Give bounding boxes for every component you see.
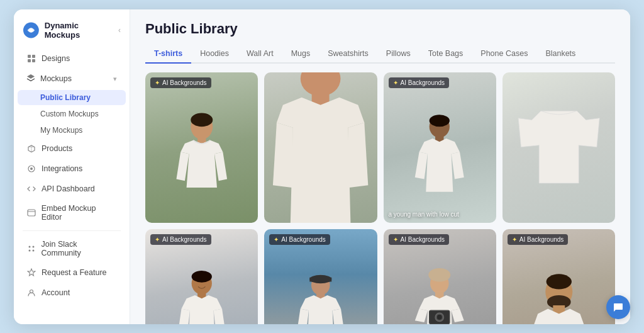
sidebar-item-api-label: API Dashboard — [42, 184, 95, 193]
app-name: Dynamic Mockups — [45, 21, 113, 40]
mockup-grid: ✦ AI Backgrounds — [145, 72, 615, 324]
grid-icon — [26, 54, 36, 64]
tab-sweatshirts[interactable]: Sweatshirts — [319, 45, 377, 64]
tab-hoodies[interactable]: Hoodies — [191, 45, 238, 64]
chevron-down-icon: ▾ — [113, 75, 117, 83]
link-icon — [26, 164, 36, 174]
mockup-card-5[interactable]: ✦ AI Backgrounds — [145, 229, 258, 324]
sidebar-item-embed-label: Embed Mockup Editor — [42, 204, 117, 222]
chat-icon — [613, 302, 624, 313]
sidebar-sub-item-my-mockups[interactable]: My Mockups — [18, 123, 126, 138]
sidebar-item-account-label: Account — [42, 288, 70, 297]
mockup-card-2[interactable] — [264, 72, 377, 223]
star-icon — [26, 268, 36, 278]
tab-pillows[interactable]: Pillows — [377, 45, 419, 64]
svg-point-1 — [30, 28, 33, 32]
svg-point-15 — [191, 113, 213, 127]
mockup-card-7[interactable]: ✦ AI Backgrounds — [384, 229, 496, 324]
sidebar-sub-item-my-mockups-label: My Mockups — [40, 126, 82, 135]
svg-point-34 — [437, 315, 442, 320]
card-figure-4 — [502, 72, 615, 223]
tabs-bar: T-shirts Hoodies Wall Art Mugs Sweatshir… — [145, 45, 615, 64]
sidebar-sub-item-public-library-label: Public Library — [40, 93, 91, 102]
ai-badge-label-1: AI Backgrounds — [162, 79, 207, 86]
ai-badge-star-1: ✦ — [155, 79, 160, 86]
sidebar-sub-item-custom-mockups-label: Custom Mockups — [40, 110, 99, 118]
sidebar-item-embed[interactable]: Embed Mockup Editor — [18, 200, 126, 226]
sidebar-item-products-label: Products — [42, 144, 72, 153]
ai-badge-6: ✦ AI Backgrounds — [269, 234, 330, 245]
sidebar-item-feature-label: Request a Feature — [42, 268, 107, 277]
svg-rect-4 — [28, 59, 31, 62]
ai-badge-label-5: AI Backgrounds — [162, 236, 207, 243]
sidebar-item-designs-label: Designs — [42, 54, 70, 63]
sidebar-item-mockups-label: Mockups — [40, 74, 72, 83]
sidebar-item-integrations[interactable]: Integrations — [18, 159, 126, 178]
embed-icon — [26, 208, 36, 218]
app-window: Dynamic Mockups ‹ Designs Mockups ▾ Publ… — [14, 9, 630, 324]
sidebar-sub-item-public-library[interactable]: Public Library — [18, 90, 126, 105]
sidebar-sub-item-custom-mockups[interactable]: Custom Mockups — [18, 106, 126, 121]
main-header: Public Library T-shirts Hoodies Wall Art… — [130, 9, 630, 64]
sidebar-item-account[interactable]: Account — [18, 283, 126, 302]
user-icon — [26, 288, 36, 298]
mockup-card-8[interactable]: ✦ AI Backgrounds — [502, 229, 615, 324]
layers-icon — [26, 74, 35, 84]
tab-tshirts[interactable]: T-shirts — [145, 45, 191, 64]
logo-icon — [23, 21, 40, 39]
sidebar-item-slack[interactable]: Join Slack Community — [18, 235, 126, 262]
ai-badge-1: ✦ AI Backgrounds — [150, 77, 211, 88]
slack-icon — [26, 244, 36, 254]
ai-badge-5: ✦ AI Backgrounds — [150, 234, 211, 245]
ai-badge-star-8: ✦ — [512, 236, 517, 243]
ai-badge-label-7: AI Backgrounds — [401, 236, 445, 243]
card-figure-3 — [384, 72, 496, 223]
main-content: Public Library T-shirts Hoodies Wall Art… — [130, 9, 630, 324]
ai-badge-8: ✦ AI Backgrounds — [508, 234, 569, 245]
sidebar: Dynamic Mockups ‹ Designs Mockups ▾ Publ… — [14, 9, 130, 324]
svg-point-12 — [32, 249, 34, 251]
svg-rect-2 — [28, 55, 31, 58]
mockup-card-6[interactable]: ✦ AI Backgrounds — [264, 229, 377, 324]
ai-badge-star-6: ✦ — [274, 236, 279, 243]
sidebar-divider — [23, 230, 121, 231]
chat-button[interactable] — [606, 295, 630, 319]
tab-phone-cases[interactable]: Phone Cases — [472, 45, 536, 64]
ai-badge-label-3: AI Backgrounds — [401, 79, 445, 86]
box-icon — [26, 144, 36, 154]
grid-area: ✦ AI Backgrounds — [130, 64, 630, 324]
svg-point-30 — [429, 268, 451, 282]
sidebar-item-api[interactable]: API Dashboard — [18, 179, 126, 198]
sidebar-item-products[interactable]: Products — [18, 139, 126, 158]
code-icon — [26, 184, 36, 194]
card-caption-3: a young man with low cut — [389, 211, 491, 218]
mockup-card-3[interactable]: ✦ AI Backgrounds a young man with low cu… — [384, 72, 496, 223]
tab-blankets[interactable]: Blankets — [536, 45, 584, 64]
svg-rect-8 — [28, 210, 35, 216]
svg-point-10 — [32, 246, 34, 247]
svg-rect-3 — [32, 55, 35, 58]
sidebar-item-slack-label: Join Slack Community — [42, 240, 117, 257]
card-figure-1 — [145, 72, 258, 223]
ai-badge-label-8: AI Backgrounds — [519, 236, 564, 243]
card-figure-2 — [264, 72, 377, 223]
mockup-card-4[interactable] — [502, 72, 615, 223]
sidebar-item-feature[interactable]: Request a Feature — [18, 263, 126, 282]
tab-wall-art[interactable]: Wall Art — [238, 45, 282, 64]
svg-point-20 — [430, 115, 450, 127]
sidebar-collapse-btn[interactable]: ‹ — [118, 26, 121, 35]
svg-point-9 — [28, 246, 30, 247]
sidebar-logo: Dynamic Mockups ‹ — [14, 17, 130, 48]
sidebar-item-integrations-label: Integrations — [42, 164, 82, 173]
sidebar-item-mockups[interactable]: Mockups ▾ — [18, 69, 126, 89]
svg-point-11 — [28, 249, 30, 251]
svg-point-23 — [191, 271, 211, 283]
tab-tote-bags[interactable]: Tote Bags — [419, 45, 472, 64]
page-title: Public Library — [145, 21, 615, 37]
sidebar-item-designs[interactable]: Designs — [18, 49, 126, 68]
tab-mugs[interactable]: Mugs — [282, 45, 319, 64]
svg-rect-5 — [32, 59, 35, 62]
ai-badge-star-5: ✦ — [155, 236, 160, 243]
ai-badge-star-3: ✦ — [393, 79, 398, 86]
mockup-card-1[interactable]: ✦ AI Backgrounds — [145, 72, 258, 223]
